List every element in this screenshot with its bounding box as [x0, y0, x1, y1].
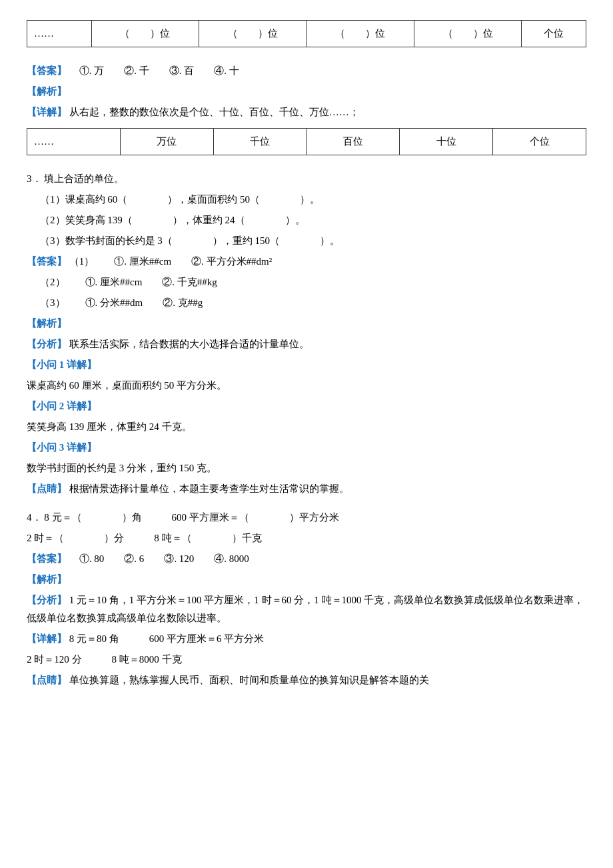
xiangji4-line2: 2 时＝120 分 8 吨＝8000 千克	[27, 651, 586, 669]
q3-title-text: 填上合适的单位。	[44, 173, 124, 184]
table1-col3: （ ）位	[306, 21, 414, 47]
table2-col5: 个位	[493, 129, 586, 155]
sub3detail-label: 【小问 3 详解】	[27, 442, 97, 453]
q3-number: 3．	[27, 173, 42, 184]
table2-col0: ……	[27, 129, 121, 155]
detail1-label: 【详解】	[27, 107, 67, 117]
fenxi4-label: 【分析】	[27, 595, 67, 605]
analysis3-line: 【解析】	[27, 315, 586, 333]
analysis3-label: 【解析】	[27, 318, 67, 329]
table1-container: …… （ ）位 （ ）位 （ ）位 （ ）位 个位	[27, 20, 586, 47]
dianjing3-label: 【点睛】	[27, 483, 67, 494]
q3-title: 3． 填上合适的单位。	[27, 170, 586, 188]
answer3-line1: （1） ①. 厘米##cm ②. 平方分米##dm²	[69, 256, 273, 267]
table2-col3: 百位	[306, 129, 400, 155]
sub3detail-content: 数学书封面的长约是 3 分米，重约 150 克。	[27, 459, 586, 477]
dianjing4-label: 【点睛】	[27, 675, 67, 685]
q4-line1: 4． 8 元＝（ ）角 600 平方厘米＝（ ）平方分米	[27, 509, 586, 527]
answer1-label: 【答案】	[27, 65, 67, 76]
fenxi4-line: 【分析】 1 元＝10 角，1 平方分米＝100 平方厘米，1 时＝60 分，1…	[27, 591, 586, 627]
xiangji4-label: 【详解】	[27, 633, 67, 644]
answer3-label: 【答案】	[27, 256, 67, 267]
table2-col2: 千位	[213, 129, 306, 155]
analysis1-label: 【解析】	[27, 86, 67, 97]
dianjing3-line: 【点睛】 根据情景选择计量单位，本题主要考查学生对生活常识的掌握。	[27, 480, 586, 498]
fenxi3-content: 联系生活实际，结合数据的大小选择合适的计量单位。	[69, 339, 309, 349]
detail1-line: 【详解】 从右起，整数的数位依次是个位、十位、百位、千位、万位……；	[27, 103, 586, 121]
dianjing3-content: 根据情景选择计量单位，本题主要考查学生对生活常识的掌握。	[69, 483, 349, 494]
table1-col4: （ ）位	[414, 21, 521, 47]
table2-container: …… 万位 千位 百位 十位 个位	[27, 128, 586, 155]
q3-sub3: （3）数学书封面的长约是 3（ ），重约 150（ ）。	[40, 232, 586, 250]
xiangji4-header: 【详解】 8 元＝80 角 600 平方厘米＝6 平方分米	[27, 630, 586, 648]
fenxi3-label: 【分析】	[27, 339, 67, 349]
xiangji4-line1: 8 元＝80 角 600 平方厘米＝6 平方分米	[69, 633, 265, 644]
q4-line1-text: 8 元＝（ ）角 600 平方厘米＝（ ）平方分米	[44, 512, 339, 523]
analysis4-label: 【解析】	[27, 574, 67, 585]
answer4-line: 【答案】 ①. 80 ②. 6 ③. 120 ④. 8000	[27, 550, 586, 568]
sub1detail-content: 课桌高约 60 厘米，桌面面积约 50 平方分米。	[27, 377, 586, 395]
table1-col1: （ ）位	[91, 21, 199, 47]
place-value-table1: …… （ ）位 （ ）位 （ ）位 （ ）位 个位	[27, 20, 586, 47]
fenxi3-line: 【分析】 联系生活实际，结合数据的大小选择合适的计量单位。	[27, 335, 586, 353]
sub1detail-label: 【小问 1 详解】	[27, 359, 97, 370]
sub3detail-header: 【小问 3 详解】	[27, 439, 586, 457]
answer4-content: ①. 80 ②. 6 ③. 120 ④. 8000	[79, 553, 249, 564]
dianjing4-content: 单位换算题，熟练掌握人民币、面积、时间和质量单位的换算知识是解答本题的关	[69, 675, 429, 685]
answer3-line2: （2） ①. 厘米##cm ②. 千克##kg	[40, 273, 586, 291]
sub2detail-content: 笑笑身高 139 厘米，体重约 24 千克。	[27, 418, 586, 436]
fenxi4-content: 1 元＝10 角，1 平方分米＝100 平方厘米，1 时＝60 分，1 吨＝10…	[27, 595, 584, 623]
answer1-line: 【答案】 ①. 万 ②. 千 ③. 百 ④. 十	[27, 62, 586, 80]
q3-sub2: （2）笑笑身高 139（ ），体重约 24（ ）。	[40, 211, 586, 229]
q4-line2: 2 时＝（ ）分 8 吨＝（ ）千克	[27, 529, 586, 547]
table1-col5: 个位	[522, 21, 586, 47]
table1-col2: （ ）位	[199, 21, 306, 47]
answer4-label: 【答案】	[27, 553, 67, 564]
dianjing4-line: 【点睛】 单位换算题，熟练掌握人民币、面积、时间和质量单位的换算知识是解答本题的…	[27, 671, 586, 689]
analysis4-line: 【解析】	[27, 571, 586, 589]
table1-col0: ……	[27, 21, 92, 47]
q3-sub1: （1）课桌高约 60（ ），桌面面积约 50（ ）。	[40, 191, 586, 209]
place-value-table2: …… 万位 千位 百位 十位 个位	[27, 128, 586, 155]
answer3-line3: （3） ①. 分米##dm ②. 克##g	[40, 294, 586, 312]
answer3-header: 【答案】 （1） ①. 厘米##cm ②. 平方分米##dm²	[27, 253, 586, 271]
sub2detail-header: 【小问 2 详解】	[27, 397, 586, 415]
table2-col1: 万位	[120, 129, 213, 155]
detail1-content: 从右起，整数的数位依次是个位、十位、百位、千位、万位……；	[69, 107, 359, 117]
q4-number: 4．	[27, 512, 42, 523]
sub2detail-label: 【小问 2 详解】	[27, 401, 97, 411]
answer1-content: ①. 万 ②. 千 ③. 百 ④. 十	[79, 65, 239, 76]
table2-col4: 十位	[400, 129, 493, 155]
sub1detail-header: 【小问 1 详解】	[27, 356, 586, 374]
analysis1-line: 【解析】	[27, 83, 586, 101]
